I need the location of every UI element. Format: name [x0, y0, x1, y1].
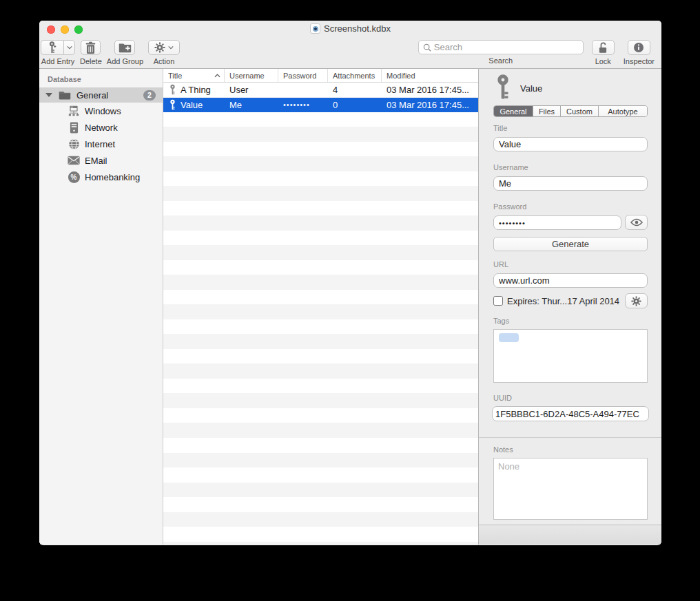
- search-icon: [423, 43, 431, 52]
- inspector-footer-bar: [479, 525, 661, 545]
- table-header: Title Username Password Attachments Modi…: [163, 69, 478, 83]
- tab-general[interactable]: General: [494, 106, 533, 116]
- sidebar-item-network[interactable]: Network: [39, 119, 163, 136]
- tab-custom[interactable]: Custom: [561, 106, 599, 116]
- sidebar: Database General 2 Windows: [39, 69, 163, 545]
- action-label: Action: [154, 57, 175, 65]
- cell-attachments: 0: [328, 98, 382, 113]
- add-group-button[interactable]: [114, 40, 135, 55]
- toolbar-item-add-entry: Add Entry: [41, 40, 75, 65]
- toolbar: Add Entry Delete Add Group: [39, 38, 661, 69]
- action-button[interactable]: [148, 40, 180, 55]
- key-icon: [169, 99, 176, 111]
- table-row[interactable]: A Thing User 4 03 Mar 2016 17:45...: [163, 83, 478, 98]
- column-header-attachments[interactable]: Attachments: [328, 69, 382, 82]
- cell-title: Value: [181, 100, 203, 110]
- sidebar-item-label: Network: [85, 123, 118, 133]
- app-window: Screenshot.kdbx Ad: [39, 21, 661, 545]
- url-field-label: URL: [493, 260, 508, 268]
- sidebar-item-windows[interactable]: Windows: [39, 103, 163, 119]
- gear-icon: [631, 296, 641, 306]
- toolbar-item-lock: Lock: [592, 40, 615, 65]
- window-title: Screenshot.kdbx: [324, 23, 391, 34]
- sidebar-item-email[interactable]: EMail: [39, 152, 163, 169]
- tags-field-label: Tags: [493, 317, 509, 325]
- key-icon: [169, 84, 176, 96]
- sidebar-item-label: EMail: [85, 156, 107, 166]
- search-input[interactable]: [434, 42, 579, 52]
- folder-plus-icon: [119, 42, 132, 53]
- windows-network-icon: [66, 105, 81, 116]
- cell-username: Me: [225, 98, 278, 113]
- toolbar-item-inspector: Inspector: [624, 40, 655, 65]
- column-header-modified[interactable]: Modified: [382, 69, 478, 82]
- eye-icon: [630, 218, 643, 226]
- reveal-password-button[interactable]: [625, 215, 648, 230]
- info-circle-icon: [633, 42, 644, 53]
- sidebar-item-homebanking[interactable]: % Homebanking: [39, 169, 163, 185]
- sidebar-section-header: Database: [39, 69, 163, 87]
- inspector-toggle-button[interactable]: [628, 40, 650, 55]
- desktop: Screenshot.kdbx Ad: [0, 0, 700, 601]
- url-input[interactable]: [493, 273, 648, 288]
- disclosure-triangle-icon[interactable]: [45, 93, 52, 97]
- password-input[interactable]: [493, 215, 621, 230]
- expires-checkbox[interactable]: [493, 296, 503, 306]
- toolbar-item-action: Action: [148, 40, 180, 65]
- divider: [479, 437, 661, 438]
- toolbar-item-add-group: Add Group: [107, 40, 143, 65]
- folder-icon: [59, 90, 71, 100]
- envelope-icon: [66, 156, 81, 165]
- expires-options-button[interactable]: [625, 293, 648, 308]
- uuid-field-label: UUID: [493, 394, 512, 402]
- tags-box[interactable]: [493, 329, 648, 383]
- table-row-selected[interactable]: Value Me •••••••• 0 03 Mar 2016 17:45...: [163, 98, 478, 113]
- cell-attachments: 4: [328, 83, 382, 98]
- inspector-panel: Value General Files Custom Autotype Titl…: [478, 69, 661, 545]
- notes-textarea[interactable]: [493, 458, 648, 520]
- generate-button[interactable]: Generate: [493, 237, 648, 251]
- expires-label: Expires: Thur...17 April 2014: [507, 296, 619, 306]
- search-field[interactable]: [418, 40, 584, 54]
- gear-icon: [154, 42, 165, 53]
- column-header-title[interactable]: Title: [163, 69, 225, 82]
- inspector-entry-title: Value: [520, 83, 542, 94]
- entry-table: Title Username Password Attachments Modi…: [163, 69, 478, 545]
- chevron-down-icon: [67, 45, 72, 50]
- add-entry-label: Add Entry: [41, 57, 74, 65]
- column-header-password[interactable]: Password: [278, 69, 328, 82]
- tab-autotype[interactable]: Autotype: [599, 106, 647, 116]
- title-input[interactable]: [493, 137, 648, 151]
- cell-username: User: [225, 83, 278, 98]
- sidebar-item-label: Internet: [85, 139, 115, 149]
- add-entry-dropdown-button[interactable]: [63, 40, 75, 55]
- document-proxy-icon[interactable]: [310, 23, 320, 34]
- sort-ascending-icon: [214, 74, 220, 78]
- cell-title: A Thing: [181, 85, 211, 95]
- server-icon: [66, 122, 81, 134]
- username-field-label: Username: [493, 163, 528, 171]
- sidebar-item-label: Windows: [85, 106, 121, 116]
- tab-files[interactable]: Files: [533, 106, 561, 116]
- chevron-down-icon: [168, 45, 174, 50]
- lock-button[interactable]: [592, 40, 615, 55]
- add-group-label: Add Group: [107, 57, 143, 65]
- table-body[interactable]: A Thing User 4 03 Mar 2016 17:45... Valu…: [163, 83, 478, 545]
- lock-label: Lock: [595, 57, 611, 65]
- delete-button[interactable]: [81, 40, 101, 55]
- add-entry-button[interactable]: [41, 40, 63, 55]
- password-field-label: Password: [493, 202, 526, 211]
- uuid-input[interactable]: [492, 406, 649, 421]
- username-input[interactable]: [493, 176, 648, 191]
- entry-count-badge: 2: [143, 90, 156, 101]
- titlebar[interactable]: Screenshot.kdbx: [39, 21, 661, 38]
- column-header-username[interactable]: Username: [225, 69, 278, 82]
- sidebar-item-internet[interactable]: Internet: [39, 136, 163, 152]
- sidebar-item-general[interactable]: General 2: [39, 87, 163, 103]
- inspector-label: Inspector: [624, 57, 655, 65]
- title-field-label: Title: [493, 124, 507, 132]
- toolbar-item-delete: Delete: [80, 40, 102, 65]
- key-plus-icon: [47, 41, 58, 54]
- cell-modified: 03 Mar 2016 17:45...: [382, 83, 478, 98]
- tag-token[interactable]: [499, 333, 519, 342]
